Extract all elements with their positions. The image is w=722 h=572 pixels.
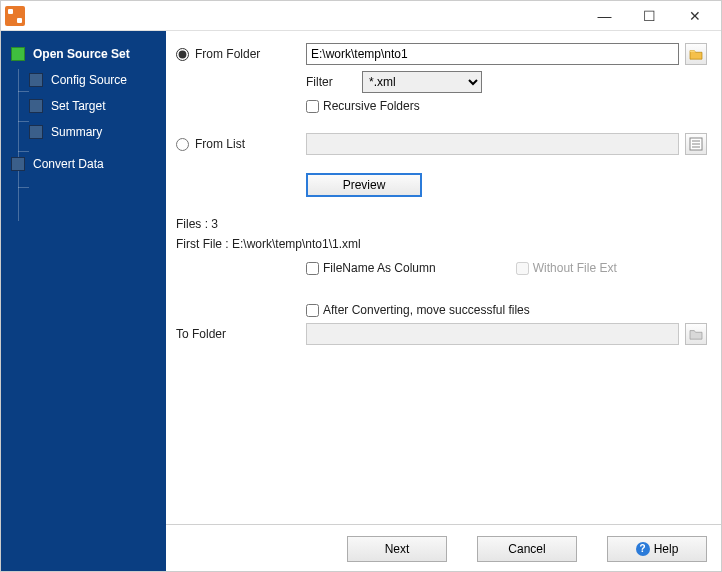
title-bar: — ☐ ✕ (1, 1, 721, 31)
from-list-radio[interactable] (176, 138, 189, 151)
step-config-source[interactable]: Config Source (1, 67, 166, 93)
without-file-ext-checkbox: Without File Ext (516, 261, 617, 275)
cancel-button[interactable]: Cancel (477, 536, 577, 562)
browse-to-folder-button[interactable] (685, 323, 707, 345)
next-button[interactable]: Next (347, 536, 447, 562)
browse-list-button[interactable] (685, 133, 707, 155)
step-label: Summary (51, 125, 102, 139)
minimize-button[interactable]: — (582, 2, 627, 30)
app-icon (5, 6, 25, 26)
maximize-button[interactable]: ☐ (627, 2, 672, 30)
from-list-label: From List (195, 137, 245, 151)
recursive-folders-checkbox[interactable]: Recursive Folders (306, 99, 420, 113)
from-list-input (306, 133, 679, 155)
to-folder-label: To Folder (176, 327, 226, 341)
step-convert-data[interactable]: Convert Data (1, 151, 166, 177)
step-label: Convert Data (33, 157, 104, 171)
filter-label: Filter (306, 75, 356, 89)
to-folder-input (306, 323, 679, 345)
step-summary[interactable]: Summary (1, 119, 166, 145)
folder-icon (689, 48, 703, 60)
step-label: Set Target (51, 99, 105, 113)
preview-button[interactable]: Preview (306, 173, 422, 197)
browse-folder-button[interactable] (685, 43, 707, 65)
close-button[interactable]: ✕ (672, 2, 717, 30)
wizard-sidebar: Open Source Set Config Source Set Target… (1, 31, 166, 572)
step-open-source-set[interactable]: Open Source Set (1, 41, 166, 67)
list-icon (689, 137, 703, 151)
after-converting-checkbox[interactable]: After Converting, move successful files (306, 303, 530, 317)
help-icon: ? (636, 542, 650, 556)
from-folder-input[interactable] (306, 43, 679, 65)
filename-as-column-checkbox[interactable]: FileName As Column (306, 261, 436, 275)
step-marker-icon (29, 73, 43, 87)
first-file-text: First File : E:\work\temp\nto1\1.xml (176, 237, 707, 251)
main-panel: From Folder Filter *.xml (166, 31, 721, 524)
from-folder-radio[interactable] (176, 48, 189, 61)
help-button[interactable]: ? Help (607, 536, 707, 562)
step-label: Open Source Set (33, 47, 130, 61)
step-marker-icon (29, 125, 43, 139)
step-marker-icon (11, 157, 25, 171)
from-folder-label: From Folder (195, 47, 260, 61)
button-bar: Next Cancel ? Help (166, 524, 721, 572)
step-marker-icon (11, 47, 25, 61)
filter-select[interactable]: *.xml (362, 71, 482, 93)
step-marker-icon (29, 99, 43, 113)
step-label: Config Source (51, 73, 127, 87)
folder-icon (689, 328, 703, 340)
step-set-target[interactable]: Set Target (1, 93, 166, 119)
files-count-text: Files : 3 (176, 217, 707, 231)
